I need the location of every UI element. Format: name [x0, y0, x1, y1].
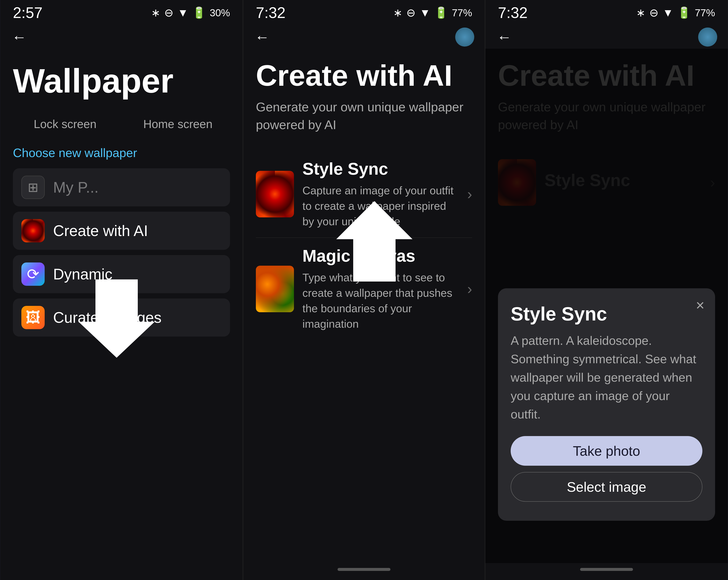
magic-canvas-chevron: ›	[467, 280, 472, 297]
style-sync-thumbnail	[256, 171, 294, 218]
bluetooth-icon: ∗	[151, 6, 160, 19]
back-button-p2[interactable]: ←	[254, 29, 271, 46]
preview-row: 02 57 🔒 Lock screen	[13, 113, 230, 131]
battery-percent-p3: 77%	[695, 7, 715, 19]
style-sync-chevron: ›	[467, 186, 472, 203]
page-subtitle-p2: Generate your own unique wallpaper power…	[256, 98, 472, 134]
status-bar-panel3: 7:32 ∗ ⊖ ▼ 🔋 77%	[485, 0, 728, 25]
user-avatar-p2[interactable]	[455, 27, 474, 47]
nav-bar-p2: ←	[243, 25, 485, 49]
status-time-p1: 2:57	[13, 4, 43, 21]
style-sync-image	[256, 171, 294, 218]
signal-icon-p2: ▼	[419, 6, 430, 19]
select-image-button[interactable]: Select image	[511, 472, 702, 502]
panel-create-ai: 7:32 ∗ ⊖ ▼ 🔋 77% ← Create with AI Genera…	[243, 0, 485, 580]
signal-icon-p3: ▼	[662, 6, 673, 19]
minus-circle-icon-p3: ⊖	[649, 6, 658, 19]
battery-icon-p3: 🔋	[677, 6, 691, 19]
minus-circle-icon-p2: ⊖	[406, 6, 416, 19]
status-time-p2: 7:32	[256, 4, 285, 21]
modal-close-button[interactable]: ×	[696, 297, 704, 314]
panel-wallpaper: 2:57 ∗ ⊖ ▼ 🔋 30% ← Wallpaper 02 57	[0, 0, 243, 580]
modal-description: A pattern. A kaleidoscope. Something sym…	[511, 331, 702, 423]
svg-marker-0	[79, 279, 155, 358]
status-bar-panel2: 7:32 ∗ ⊖ ▼ 🔋 77%	[243, 0, 485, 25]
signal-icon: ▼	[177, 6, 188, 19]
arrow-indicator-p1	[64, 262, 170, 368]
status-time-p3: 7:32	[498, 4, 527, 21]
photos-symbol: ⊞	[28, 180, 38, 195]
style-sync-modal: × Style Sync A pattern. A kaleidoscope. …	[498, 288, 715, 521]
lock-screen-label: Lock screen	[13, 117, 117, 131]
status-icons-p1: ∗ ⊖ ▼ 🔋 30%	[151, 6, 230, 19]
style-sync-name: Style Sync	[303, 159, 459, 179]
battery-percent-p2: 77%	[452, 7, 472, 19]
battery-percent-p1: 30%	[210, 7, 230, 19]
status-icons-p2: ∗ ⊖ ▼ 🔋 77%	[393, 6, 472, 19]
svg-marker-1	[336, 201, 413, 281]
menu-item-create-ai[interactable]: Create with AI	[13, 212, 230, 250]
magic-canvas-image	[256, 266, 294, 312]
create-ai-icon	[21, 219, 45, 243]
status-bar-panel1: 2:57 ∗ ⊖ ▼ 🔋 30%	[0, 0, 243, 25]
home-screen-preview[interactable]: Home screen	[126, 113, 230, 131]
home-gesture-bar-p3	[580, 568, 633, 571]
bluetooth-icon-p3: ∗	[636, 6, 646, 19]
curated-icon: 🖼	[21, 306, 45, 329]
take-photo-button[interactable]: Take photo	[511, 436, 702, 466]
curated-symbol: 🖼	[26, 309, 41, 326]
lock-screen-preview[interactable]: 02 57 🔒 Lock screen	[13, 113, 117, 131]
panel3-content: Create with AI Generate your own unique …	[485, 49, 728, 563]
my-photos-icon: ⊞	[21, 176, 45, 199]
magic-canvas-thumbnail	[256, 266, 294, 312]
modal-title: Style Sync	[511, 303, 702, 325]
choose-section-label: Choose new wallpaper	[13, 146, 230, 160]
nav-bar-p1: ←	[0, 25, 243, 49]
panel-style-sync-modal: 7:32 ∗ ⊖ ▼ 🔋 77% ← Create with AI Genera…	[485, 0, 728, 580]
status-icons-p3: ∗ ⊖ ▼ 🔋 77%	[636, 6, 715, 19]
create-ai-label: Create with AI	[53, 222, 148, 239]
nav-bar-p3: ←	[485, 25, 728, 49]
bottom-indicator-p3	[485, 563, 728, 580]
minus-circle-icon: ⊖	[164, 6, 174, 19]
menu-item-my-photos[interactable]: ⊞ My P...	[13, 168, 230, 206]
home-gesture-bar	[338, 568, 390, 571]
user-avatar-p3[interactable]	[698, 27, 717, 47]
home-screen-label: Home screen	[126, 117, 230, 131]
back-button-p3[interactable]: ←	[496, 29, 513, 46]
arrow-indicator-p2	[321, 191, 427, 296]
ai-icon-pattern	[21, 219, 45, 243]
back-button-p1[interactable]: ←	[11, 29, 28, 46]
page-title-p1: Wallpaper	[13, 61, 230, 100]
bottom-indicator-p2	[243, 563, 485, 580]
dynamic-symbol: ⟳	[27, 266, 40, 283]
panel2-content: Create with AI Generate your own unique …	[243, 49, 485, 563]
page-title-p2: Create with AI	[256, 59, 472, 92]
battery-icon: 🔋	[192, 6, 206, 19]
bluetooth-icon-p2: ∗	[393, 6, 402, 19]
dynamic-icon: ⟳	[21, 262, 45, 286]
battery-icon-p2: 🔋	[434, 6, 448, 19]
my-photos-label: My P...	[53, 179, 99, 196]
